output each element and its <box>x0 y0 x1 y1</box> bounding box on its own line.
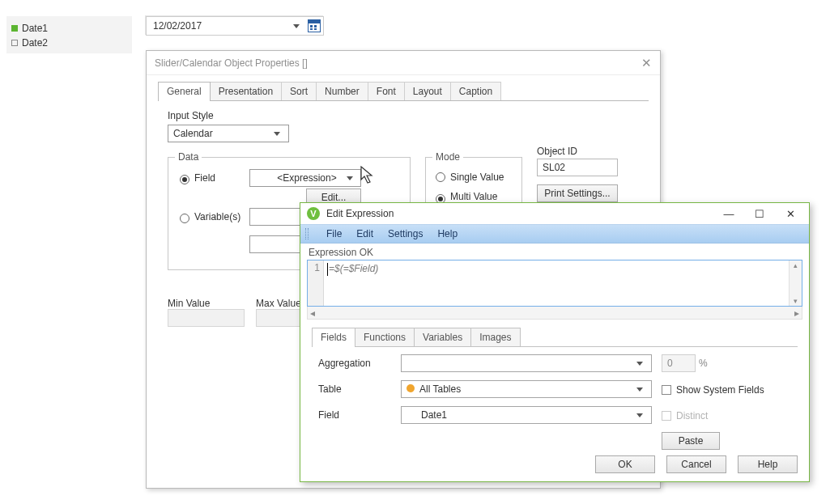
tab-general[interactable]: General <box>158 82 211 101</box>
dropdown-arrow-icon[interactable] <box>293 24 300 28</box>
dialog-titlebar[interactable]: Slider/Calendar Object Properties [] ✕ <box>147 51 660 75</box>
object-id-label: Object ID <box>537 146 624 157</box>
tab-layout[interactable]: Layout <box>404 82 451 101</box>
radio-label: Field <box>194 172 215 184</box>
aggregation-select[interactable] <box>401 354 652 372</box>
menu-bar: File Edit Settings Help <box>300 224 809 244</box>
percent-label: % <box>699 358 708 369</box>
checkbox-icon <box>662 411 671 421</box>
radio-label: Variable(s) <box>194 211 240 222</box>
list-item[interactable]: Date1 <box>6 21 132 36</box>
list-item-label: Date1 <box>22 23 48 34</box>
menu-settings[interactable]: Settings <box>388 228 423 239</box>
tab-presentation[interactable]: Presentation <box>210 82 282 101</box>
object-id-input[interactable]: SL02 <box>537 159 618 176</box>
tab-strip: General Presentation Sort Number Font La… <box>147 75 660 101</box>
paste-button[interactable]: Paste <box>662 432 720 450</box>
minimize-icon[interactable]: — <box>717 208 741 220</box>
radio-icon <box>436 172 445 182</box>
menu-edit[interactable]: Edit <box>356 228 373 239</box>
menu-help[interactable]: Help <box>437 228 458 239</box>
distinct-checkbox: Distinct <box>662 409 791 421</box>
show-system-fields-checkbox[interactable]: Show System Fields <box>662 383 791 396</box>
variable-radio-row[interactable]: Variable(s) <box>180 211 240 222</box>
input-style-select[interactable]: Calendar <box>168 125 289 142</box>
min-value-label: Min Value <box>168 298 245 309</box>
radio-icon <box>180 175 189 184</box>
print-settings-button[interactable]: Print Settings... <box>537 184 618 202</box>
dialog-title: Edit Expression <box>326 208 394 219</box>
close-icon[interactable]: ✕ <box>778 208 802 220</box>
tab-images[interactable]: Images <box>470 328 520 347</box>
field-radio-row[interactable]: Field <box>180 172 215 184</box>
tab-fields[interactable]: Fields <box>312 328 355 347</box>
aggregation-label: Aggregation <box>318 358 391 369</box>
tab-variables[interactable]: Variables <box>414 328 471 347</box>
tab-functions[interactable]: Functions <box>355 328 415 347</box>
chevron-down-icon <box>636 388 643 392</box>
table-label: Table <box>318 383 391 395</box>
list-item-label: Date2 <box>22 37 48 49</box>
multi-value-radio[interactable]: Multi Value <box>436 191 512 202</box>
edit-expression-dialog: V Edit Expression — ☐ ✕ File Edit Settin… <box>300 202 810 482</box>
field-label: Field <box>318 409 391 421</box>
expression-status: Expression OK <box>300 244 809 260</box>
calendar-icon[interactable] <box>308 19 321 32</box>
chevron-down-icon <box>274 132 280 136</box>
chevron-down-icon <box>636 362 643 366</box>
checkbox-icon <box>662 385 671 395</box>
field-combo[interactable]: <Expression> <box>249 169 361 187</box>
select-value: Calendar <box>173 128 213 139</box>
tab-caption[interactable]: Caption <box>450 82 501 101</box>
field-select[interactable]: Date1 <box>401 406 652 424</box>
fieldset-legend: Data <box>175 151 202 163</box>
close-icon[interactable]: ✕ <box>641 56 652 70</box>
scrollbar-horizontal[interactable]: ◂▸ <box>307 307 802 320</box>
date-value: 12/02/2017 <box>153 20 290 32</box>
dialog-title: Slider/Calendar Object Properties [] <box>155 57 308 69</box>
expression-code[interactable]: =$(=$Field) <box>324 260 789 306</box>
min-value-input[interactable] <box>168 309 245 327</box>
menu-file[interactable]: File <box>326 228 342 239</box>
table-icon <box>406 384 415 392</box>
status-dot-icon <box>11 40 18 46</box>
input-style-label: Input Style <box>168 110 639 121</box>
maximize-icon[interactable]: ☐ <box>747 208 772 220</box>
dialog-titlebar[interactable]: V Edit Expression — ☐ ✕ <box>300 203 809 224</box>
list-item[interactable]: Date2 <box>6 36 132 50</box>
status-dot-icon <box>11 25 18 32</box>
ok-button[interactable]: OK <box>595 455 655 473</box>
expression-editor[interactable]: 1 =$(=$Field) ▴▾ <box>307 260 802 307</box>
tab-strip: Fields Functions Variables Images <box>300 320 809 347</box>
chevron-down-icon <box>347 176 353 180</box>
tab-sort[interactable]: Sort <box>281 82 317 101</box>
scrollbar-vertical[interactable]: ▴▾ <box>789 260 802 306</box>
tab-font[interactable]: Font <box>368 82 405 101</box>
cancel-button[interactable]: Cancel <box>666 455 726 473</box>
date-input[interactable]: 12/02/2017 <box>146 16 324 36</box>
radio-icon <box>180 214 189 223</box>
single-value-radio[interactable]: Single Value <box>436 171 512 183</box>
chevron-down-icon <box>636 413 643 417</box>
fieldset-legend: Mode <box>432 151 463 163</box>
combo-value: <Expression> <box>277 172 336 184</box>
line-gutter: 1 <box>308 260 324 306</box>
aggregation-count: 0 <box>662 354 696 372</box>
grip-icon <box>305 228 309 239</box>
tab-number[interactable]: Number <box>316 82 368 101</box>
field-list: Date1 Date2 <box>6 16 132 53</box>
table-select[interactable]: All Tables <box>401 380 652 398</box>
help-button[interactable]: Help <box>738 455 798 473</box>
app-icon: V <box>307 207 320 220</box>
